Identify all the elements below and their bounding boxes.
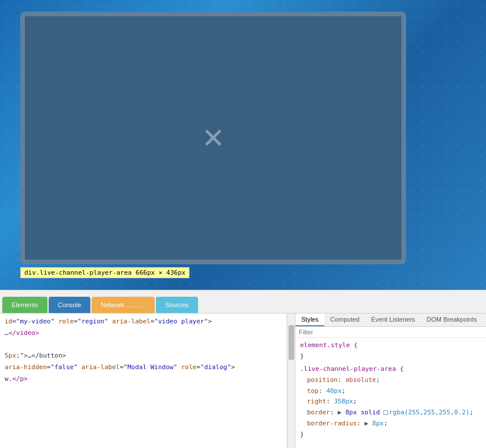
tab-network[interactable]: Network ...........	[92, 297, 155, 313]
element-tooltip: div.live-channel-player-area 666px × 436…	[20, 267, 189, 278]
styles-tab-pro[interactable]: Pro	[483, 314, 486, 326]
css-selector-live-channel: .live-channel-player-area {	[300, 364, 486, 375]
html-line: 5px;">…</button>	[5, 350, 282, 362]
html-line: aria-hidden="false" aria-label="Modal Wi…	[5, 362, 282, 373]
html-line	[5, 339, 282, 351]
css-selector-element: element.style {	[300, 340, 486, 351]
css-prop-border: border: ▶ 8px solid rgba(255,255,255,0.2…	[300, 407, 486, 418]
styles-tab-event-listeners[interactable]: Event Listeners	[366, 314, 421, 326]
filter-input[interactable]	[299, 329, 486, 336]
styles-tab-styles[interactable]: Styles	[295, 314, 324, 326]
devtools-body: id="my-video" role="region" aria-label="…	[0, 314, 486, 448]
css-close: }	[300, 351, 486, 362]
html-line: …</video>	[5, 327, 282, 339]
tab-sources[interactable]: Sources	[156, 297, 198, 313]
browser-viewport: ✕ div.live-channel-player-area 666px × 4…	[0, 0, 486, 290]
html-line: w.</p>	[5, 373, 282, 385]
html-content: id="my-video" role="region" aria-label="…	[0, 314, 287, 448]
devtools-tab-bar: Elements Console Network ........... Sou…	[0, 290, 486, 314]
devtools-panel: Elements Console Network ........... Sou…	[0, 290, 486, 448]
css-prop-position: position: absolute;	[300, 375, 486, 386]
styles-panel: Styles Computed Event Listeners DOM Brea…	[295, 314, 486, 448]
css-prop-top: top: 40px;	[300, 386, 486, 397]
styles-tab-computed[interactable]: Computed	[324, 314, 366, 326]
tab-console[interactable]: Console	[49, 297, 90, 313]
filter-bar	[295, 327, 486, 338]
player-placeholder-icon: ✕	[202, 122, 225, 154]
css-rule-element: element.style { }	[300, 340, 486, 362]
styles-tab-bar: Styles Computed Event Listeners DOM Brea…	[295, 314, 486, 327]
css-prop-border-radius: border-radius: ▶ 8px;	[300, 418, 486, 429]
html-scrollbar[interactable]	[287, 314, 295, 448]
html-panel: id="my-video" role="region" aria-label="…	[0, 314, 295, 448]
tab-elements[interactable]: Elements	[2, 297, 47, 313]
css-rules: element.style { } .live-channel-player-a…	[295, 338, 486, 448]
scroll-thumb	[288, 325, 294, 360]
styles-tab-dom-breakpoints[interactable]: DOM Breakpoints	[421, 314, 483, 326]
html-line: id="my-video" role="region" aria-label="…	[5, 316, 282, 327]
css-prop-right: right: 358px;	[300, 396, 486, 407]
css-rule-live-channel: .live-channel-player-area { position: ab…	[300, 364, 486, 440]
css-close-live-channel: }	[300, 429, 486, 440]
video-player-area: ✕	[20, 12, 406, 264]
